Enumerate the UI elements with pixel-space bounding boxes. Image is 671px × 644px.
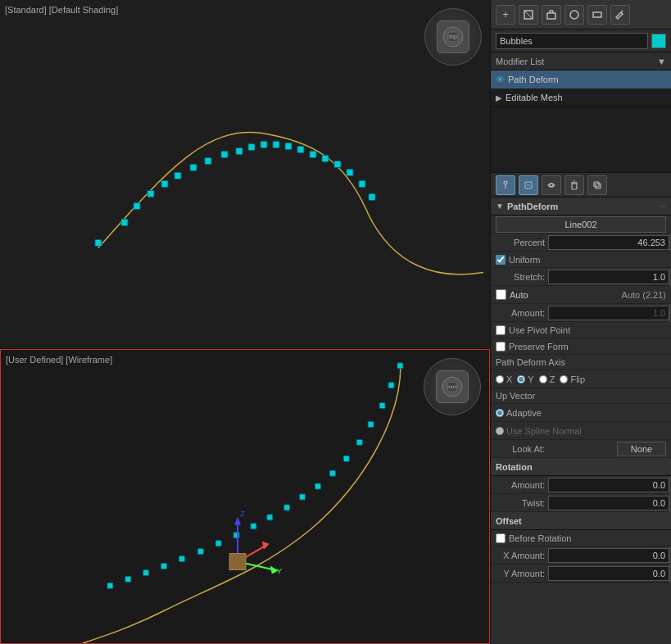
- svg-rect-58: [547, 13, 555, 19]
- stretch-label: Stretch:: [496, 272, 545, 282]
- rotation-amount-spinner: 0.0 ▲ ▼: [548, 476, 671, 494]
- modifier-copy-btn[interactable]: [587, 175, 607, 195]
- color-swatch[interactable]: [651, 34, 666, 48]
- stretch-spinner: 1.0 ▲ ▼: [548, 268, 671, 286]
- name-field-row: Bubbles: [491, 29, 671, 52]
- axis-y-radio[interactable]: [517, 375, 525, 383]
- auto-label: Auto: [510, 290, 528, 300]
- use-spline-label[interactable]: Use Spline Normal: [496, 426, 582, 436]
- rotation-twist-label: Twist:: [496, 498, 545, 508]
- axis-x-label[interactable]: X: [496, 374, 512, 384]
- shape-button[interactable]: [519, 5, 538, 25]
- preserve-form-checkbox[interactable]: [496, 342, 506, 351]
- svg-rect-33: [329, 470, 335, 476]
- svg-rect-41: [197, 549, 203, 555]
- svg-rect-11: [221, 152, 228, 158]
- rotation-twist-input[interactable]: 0.0: [548, 496, 669, 510]
- modifier-show-btn[interactable]: [542, 175, 561, 195]
- pathdeform-section-header[interactable]: ▼ PathDeform ···: [491, 197, 671, 215]
- axis-label: Path Deform Axis: [496, 357, 565, 367]
- viewport-top-label: [Standard] [Default Shading]: [5, 5, 118, 15]
- axis-flip-label[interactable]: Flip: [560, 374, 585, 384]
- use-pivot-row: Use Pivot Point: [491, 322, 671, 338]
- svg-text:Z: Z: [240, 509, 245, 518]
- rotation-title: Rotation: [496, 462, 533, 472]
- rotation-amount-input[interactable]: 0.0: [548, 478, 669, 492]
- viewport-top[interactable]: [Standard] [Default Shading] top: [0, 0, 490, 349]
- auto-checkbox[interactable]: [496, 289, 506, 300]
- axis-x-text: X: [506, 374, 512, 384]
- modifier-list-dropdown[interactable]: ▼: [657, 57, 666, 66]
- axis-y-label[interactable]: Y: [517, 374, 533, 384]
- before-rotation-row: Before Rotation: [491, 530, 671, 546]
- percent-input[interactable]: 46.253: [548, 235, 669, 250]
- viewport-bottom-label: [User Defined] [Wireframe]: [6, 355, 112, 365]
- adaptive-radio[interactable]: [496, 409, 504, 417]
- svg-rect-46: [107, 583, 113, 588]
- adaptive-label[interactable]: Adaptive: [496, 408, 542, 418]
- svg-rect-74: [594, 182, 599, 187]
- percent-spinner: 46.253 ▲ ▼: [548, 234, 671, 252]
- svg-rect-3: [95, 240, 102, 247]
- rect-button[interactable]: [587, 5, 607, 25]
- axis-flip-text: Flip: [570, 374, 585, 384]
- object-name-input[interactable]: Bubbles: [496, 33, 648, 49]
- use-spline-radio[interactable]: [496, 427, 504, 435]
- up-vector-label: Up Vector: [491, 388, 671, 404]
- use-pivot-label: Use Pivot Point: [509, 325, 570, 335]
- before-rotation-checkbox[interactable]: [496, 533, 506, 543]
- edit-button[interactable]: [610, 5, 630, 25]
- axis-z-label[interactable]: Z: [539, 374, 555, 384]
- rotation-section-header[interactable]: Rotation: [491, 458, 671, 476]
- modifier-active-btn[interactable]: [519, 175, 538, 195]
- stretch-row: Stretch: 1.0 ▲ ▼: [491, 268, 671, 286]
- add-button[interactable]: +: [496, 5, 515, 25]
- modifier-item-path-deform[interactable]: 👁 Path Deform: [491, 70, 671, 88]
- axis-y-text: Y: [528, 374, 533, 384]
- uniform-checkbox[interactable]: [496, 255, 506, 265]
- svg-rect-8: [175, 173, 181, 179]
- modifier-list-header[interactable]: Modifier List ▼: [491, 52, 671, 70]
- svg-rect-5: [134, 203, 140, 210]
- x-amount-input[interactable]: 0.0: [548, 548, 669, 563]
- svg-rect-32: [343, 456, 349, 461]
- rotation-twist-spinner: 0.0 ▲ ▼: [548, 494, 671, 512]
- axis-radio-row: X Y Z Flip: [491, 370, 671, 388]
- axis-x-radio[interactable]: [496, 375, 504, 383]
- svg-rect-10: [205, 158, 211, 165]
- svg-rect-40: [215, 541, 221, 546]
- svg-rect-34: [315, 483, 321, 489]
- svg-text:Y: Y: [277, 566, 283, 575]
- props-panel: ▼ PathDeform ··· Line002 Percent 46.253 …: [491, 197, 671, 644]
- svg-rect-37: [267, 515, 273, 520]
- circle-button[interactable]: [564, 5, 584, 25]
- offset-section-header[interactable]: Offset: [491, 512, 671, 530]
- stretch-input[interactable]: 1.0: [548, 270, 669, 284]
- svg-rect-43: [161, 564, 167, 569]
- x-amount-spinner: 0.0 ▲ ▼: [548, 546, 671, 565]
- use-spline-row: Use Spline Normal: [491, 422, 671, 440]
- svg-rect-70: [572, 184, 577, 189]
- object-button[interactable]: [542, 5, 561, 25]
- modifier-item-editable-mesh[interactable]: ▶ Editable Mesh: [491, 88, 671, 107]
- viewport-bottom[interactable]: [User Defined] [Wireframe] cam: [0, 349, 490, 644]
- svg-rect-30: [368, 422, 374, 428]
- modifier-delete-btn[interactable]: [564, 175, 584, 195]
- axis-z-text: Z: [550, 374, 555, 384]
- look-at-button[interactable]: None: [617, 442, 666, 456]
- axis-flip-radio[interactable]: [560, 375, 568, 383]
- svg-rect-13: [248, 144, 255, 151]
- svg-rect-14: [261, 142, 267, 148]
- up-vector-text: Up Vector: [496, 391, 535, 401]
- amount-input[interactable]: 1.0: [548, 306, 669, 320]
- modifier-pin-btn[interactable]: [496, 175, 515, 195]
- eye-icon-path-deform[interactable]: 👁: [496, 75, 505, 84]
- use-pivot-checkbox[interactable]: [496, 325, 506, 335]
- svg-rect-45: [125, 576, 131, 582]
- y-amount-row: Y Amount: 0.0 ▲ ▼: [491, 565, 671, 583]
- y-amount-input[interactable]: 0.0: [548, 566, 669, 581]
- svg-rect-44: [143, 570, 149, 576]
- svg-line-57: [524, 11, 533, 19]
- line-button[interactable]: Line002: [496, 216, 666, 233]
- axis-z-radio[interactable]: [539, 375, 547, 383]
